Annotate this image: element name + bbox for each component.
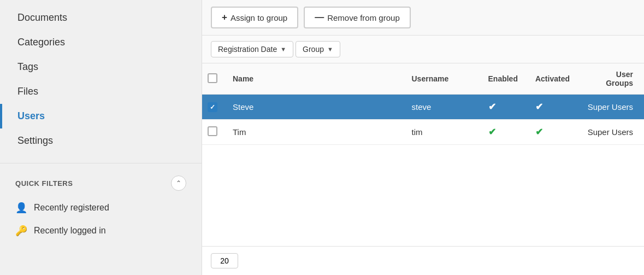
key-icon: 🔑 [15, 225, 27, 237]
user-icon: 👤 [15, 202, 27, 214]
sidebar-item-users[interactable]: Users [0, 104, 202, 128]
row-usergroups-steve: Super Users [578, 95, 644, 120]
filter-recently-logged-in[interactable]: 🔑 Recently logged in [0, 219, 202, 242]
sidebar-nav: Documents Categories Tags Files Users Se… [0, 0, 202, 159]
filter-recently-registered[interactable]: 👤 Recently registered [0, 196, 202, 219]
table-header-row: Name Username Enabled Activated User Gro… [202, 63, 644, 95]
table-row[interactable]: Tim tim ✔ ✔ Super Users [202, 120, 644, 145]
checkmark-icon: ✔ [488, 127, 496, 137]
group-filter-label: Group [303, 45, 324, 54]
sidebar-item-categories[interactable]: Categories [0, 30, 202, 55]
sidebar-item-tags[interactable]: Tags [0, 55, 202, 79]
header-activated: Activated [527, 63, 578, 95]
assign-to-group-label: Assign to group [231, 13, 287, 22]
assign-to-group-button[interactable]: + Assign to group [211, 7, 298, 28]
users-table: Name Username Enabled Activated User Gro… [202, 63, 644, 145]
row-name-tim: Tim [224, 120, 403, 145]
pagination [202, 246, 644, 275]
chevron-down-icon: ▼ [327, 46, 333, 52]
plus-icon: + [222, 12, 227, 23]
sidebar-item-settings[interactable]: Settings [0, 128, 202, 153]
remove-from-group-button[interactable]: — Remove from group [304, 7, 411, 28]
checkmark-icon: ✔ [488, 102, 496, 112]
remove-from-group-label: Remove from group [327, 13, 400, 22]
row-activated-tim: ✔ [527, 120, 578, 145]
row-username-steve: steve [403, 95, 480, 120]
row-checkbox-tim[interactable] [208, 126, 217, 136]
checkmark-icon: ✔ [535, 127, 543, 137]
row-checkbox-cell [202, 120, 224, 145]
header-enabled: Enabled [480, 63, 527, 95]
sidebar: Documents Categories Tags Files Users Se… [0, 0, 202, 275]
row-checkbox-cell [202, 95, 224, 120]
header-user-groups: User Groups [578, 63, 644, 95]
select-all-checkbox[interactable] [208, 73, 217, 83]
quick-filters-header: QUICK FILTERS ⌃ [0, 168, 202, 196]
row-username-tim: tim [403, 120, 480, 145]
header-username: Username [403, 63, 480, 95]
registration-date-filter[interactable]: Registration Date ▼ [211, 41, 293, 57]
row-name-steve: Steve [224, 95, 403, 120]
group-filter[interactable]: Group ▼ [296, 41, 340, 57]
quick-filters-label: QUICK FILTERS [15, 179, 73, 188]
registration-date-label: Registration Date [218, 45, 277, 54]
row-enabled-tim: ✔ [480, 120, 527, 145]
sidebar-item-documents[interactable]: Documents [0, 5, 202, 30]
filter-recently-logged-in-label: Recently logged in [34, 226, 106, 236]
minus-icon: — [315, 12, 324, 23]
row-checkbox-steve[interactable] [208, 102, 217, 112]
quick-filters-toggle-button[interactable]: ⌃ [171, 175, 186, 191]
header-checkbox-col [202, 63, 224, 95]
header-name: Name [224, 63, 403, 95]
per-page-input[interactable] [211, 253, 238, 268]
sidebar-divider [0, 163, 202, 163]
toolbar: + Assign to group — Remove from group [202, 0, 644, 36]
table-row[interactable]: Steve steve ✔ ✔ Super Users [202, 95, 644, 120]
row-usergroups-tim: Super Users [578, 120, 644, 145]
row-activated-steve: ✔ [527, 95, 578, 120]
chevron-down-icon: ▼ [280, 46, 286, 52]
main-content: + Assign to group — Remove from group Re… [202, 0, 644, 275]
checkmark-icon: ✔ [535, 102, 543, 112]
filter-bar: Registration Date ▼ Group ▼ [202, 36, 644, 63]
row-enabled-steve: ✔ [480, 95, 527, 120]
filter-recently-registered-label: Recently registered [34, 203, 109, 213]
table-container: Name Username Enabled Activated User Gro… [202, 63, 644, 246]
sidebar-item-files[interactable]: Files [0, 79, 202, 104]
